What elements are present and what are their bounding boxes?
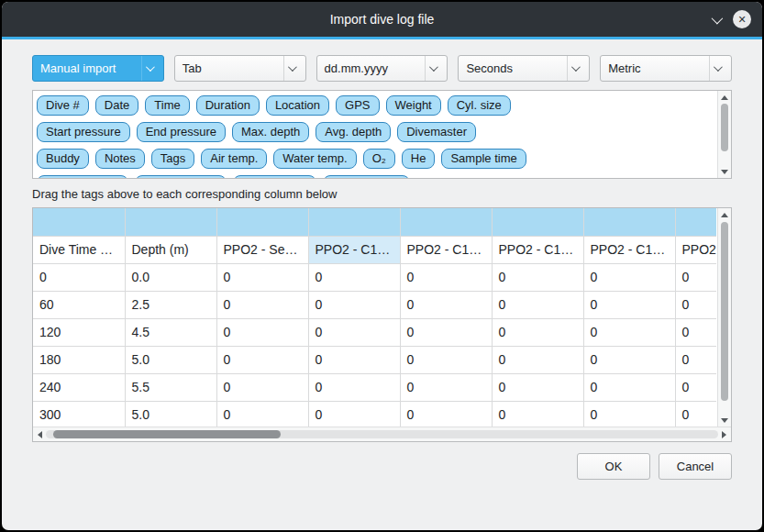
field-separator-select[interactable]: Tab — [174, 55, 306, 82]
table-cell: 0 — [308, 346, 400, 373]
table-cell: 0 — [308, 318, 400, 346]
scroll-up-icon[interactable] — [718, 209, 731, 220]
dialog-body: Manual import Tab dd.mm.yyyy Seconds Met… — [2, 39, 762, 530]
scrollbar-thumb[interactable] — [53, 430, 281, 438]
table-row: 00.0000000 — [33, 263, 716, 291]
column-drop-cell[interactable] — [33, 208, 125, 236]
import-dialog: Import dive log file ✕ Manual import Tab… — [2, 2, 762, 530]
tag-pill[interactable]: Sample pO₂ — [233, 175, 316, 178]
table-cell: 5.0 — [125, 401, 216, 427]
import-type-select[interactable]: Manual import — [32, 55, 164, 82]
import-preview-grid: Dive Time …Depth (m)PPO2 - Se…PPO2 - C1…… — [33, 208, 716, 427]
tag-pill[interactable]: O₂ — [363, 149, 395, 169]
time-format-value: Seconds — [466, 61, 567, 75]
table-cell: 0 — [216, 401, 308, 427]
tag-pill[interactable]: Sample CNS — [323, 175, 410, 178]
tag-box: Dive #DateTimeDurationLocationGPSWeightC… — [32, 90, 732, 179]
cancel-button[interactable]: Cancel — [659, 453, 732, 480]
tag-pill[interactable]: He — [402, 149, 436, 169]
tag-row: Dive #DateTimeDurationLocationGPSWeightC… — [37, 95, 714, 116]
chevron-down-icon — [567, 56, 581, 81]
tag-pill[interactable]: Tags — [151, 149, 194, 169]
table-cell: 0 — [675, 346, 716, 373]
table-cell: 240 — [33, 373, 125, 401]
scrollbar-thumb[interactable] — [721, 222, 728, 401]
tag-pill[interactable]: Sample depth — [37, 175, 128, 178]
tag-pill[interactable]: Notes — [95, 149, 145, 169]
scroll-up-icon[interactable] — [718, 92, 731, 103]
table-cell: 0 — [216, 346, 308, 373]
column-drop-cell[interactable] — [492, 208, 583, 236]
tag-pill[interactable]: Water temp. — [273, 149, 356, 169]
ok-button[interactable]: OK — [577, 453, 650, 480]
table-cell: 0 — [216, 373, 308, 401]
import-type-value: Manual import — [40, 61, 141, 75]
column-drop-cell[interactable] — [675, 208, 716, 236]
table-cell: 0 — [400, 401, 492, 427]
tag-pill[interactable]: Sample temp. — [135, 175, 227, 178]
column-header: PPO2 — [675, 236, 716, 263]
table-cell: 120 — [33, 318, 125, 346]
table-cell: 0 — [216, 318, 308, 346]
tag-pill[interactable]: Duration — [196, 95, 260, 116]
column-drop-cell[interactable] — [216, 208, 308, 236]
scrollbar-thumb[interactable] — [721, 104, 728, 151]
titlebar: Import dive log file ✕ — [2, 2, 762, 37]
table-vertical-scrollbar[interactable] — [717, 208, 731, 427]
tag-pill[interactable]: Time — [145, 95, 189, 116]
table-cell: 0 — [583, 318, 675, 346]
tag-pill[interactable]: Dive # — [37, 95, 89, 116]
table-cell: 0 — [675, 401, 716, 427]
table-cell: 4.5 — [125, 318, 216, 346]
column-drop-cell[interactable] — [308, 208, 400, 236]
table-horizontal-scrollbar[interactable] — [33, 427, 731, 441]
scroll-left-icon[interactable] — [34, 427, 46, 441]
tag-pill[interactable]: GPS — [336, 95, 379, 116]
table-cell: 0 — [583, 346, 675, 373]
units-select[interactable]: Metric — [600, 55, 732, 82]
column-header: PPO2 - C1… — [583, 236, 675, 263]
table-cell: 2.5 — [125, 291, 216, 318]
scroll-down-icon[interactable] — [718, 166, 731, 177]
tag-pill[interactable]: Date — [95, 95, 138, 116]
column-header: Depth (m) — [125, 236, 216, 263]
tag-pill[interactable]: Weight — [386, 95, 441, 116]
table-viewport: Dive Time …Depth (m)PPO2 - Se…PPO2 - C1…… — [33, 208, 716, 427]
tag-list: Dive #DateTimeDurationLocationGPSWeightC… — [33, 91, 717, 178]
close-icon[interactable]: ✕ — [733, 10, 751, 28]
tag-pill[interactable]: Air temp. — [201, 149, 267, 169]
date-format-select[interactable]: dd.mm.yyyy — [316, 55, 448, 82]
tag-pill[interactable]: Buddy — [37, 149, 89, 169]
chevron-down-icon — [709, 56, 724, 81]
table-cell: 0 — [33, 263, 125, 291]
tag-pill[interactable]: Divemaster — [397, 122, 476, 142]
table-row: 1805.0000000 — [33, 346, 716, 373]
tag-pill[interactable]: End pressure — [137, 122, 226, 142]
column-drop-cell[interactable] — [583, 208, 675, 236]
header-row: Dive Time …Depth (m)PPO2 - Se…PPO2 - C1…… — [33, 236, 716, 263]
time-format-select[interactable]: Seconds — [458, 55, 590, 82]
table-cell: 0 — [308, 373, 400, 401]
table-cell: 0 — [492, 318, 583, 346]
table-cell: 0.0 — [125, 263, 216, 291]
table-cell: 5.5 — [125, 373, 216, 401]
scroll-right-icon[interactable] — [718, 427, 730, 441]
chevron-down-icon[interactable] — [712, 12, 724, 24]
tag-pill[interactable]: Sample time — [441, 149, 526, 169]
table-row: 3005.0000000 — [33, 401, 716, 427]
tag-box-scrollbar[interactable] — [717, 91, 731, 178]
chevron-down-icon — [425, 56, 439, 81]
tag-pill[interactable]: Cyl. size — [448, 95, 511, 116]
scroll-down-icon[interactable] — [718, 415, 731, 426]
table-cell: 0 — [308, 401, 400, 427]
tag-pill[interactable]: Location — [266, 95, 329, 116]
table-cell: 0 — [400, 318, 492, 346]
table-cell: 0 — [675, 291, 716, 318]
column-drop-cell[interactable] — [125, 208, 216, 236]
table-cell: 0 — [583, 291, 675, 318]
tag-pill[interactable]: Max. depth — [232, 122, 309, 142]
column-drop-cell[interactable] — [400, 208, 492, 236]
button-row: OK Cancel — [32, 453, 732, 480]
tag-pill[interactable]: Avg. depth — [316, 122, 391, 142]
tag-pill[interactable]: Start pressure — [37, 122, 130, 142]
